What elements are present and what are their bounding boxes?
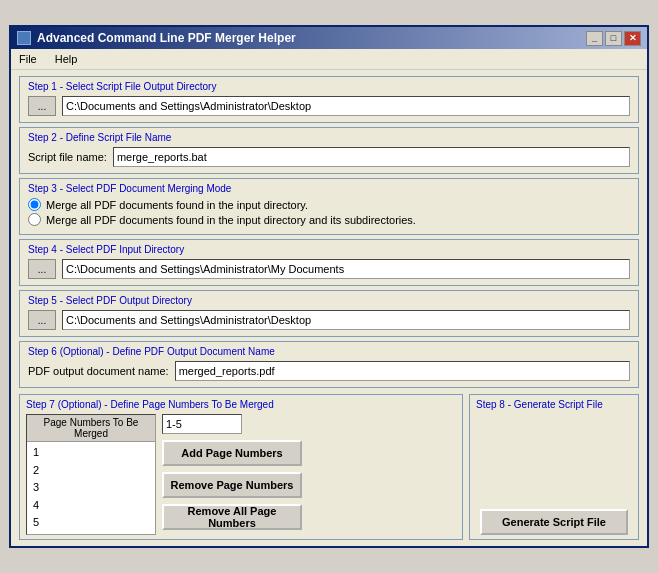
step6-input[interactable]: [175, 361, 630, 381]
app-icon: [17, 31, 31, 45]
step3-option2-label: Merge all PDF documents found in the inp…: [46, 214, 416, 226]
step4-browse-button[interactable]: ...: [28, 259, 56, 279]
page-number-input[interactable]: [162, 414, 242, 434]
page-list-container: Page Numbers To Be Merged 1 2 3 4 5: [26, 414, 156, 535]
step4-path-input[interactable]: [62, 259, 630, 279]
step5-title: Step 5 - Select PDF Output Directory: [28, 295, 630, 306]
step7-controls: Add Page Numbers Remove Page Numbers Rem…: [162, 414, 302, 535]
step3-radio-row2: Merge all PDF documents found in the inp…: [28, 213, 630, 226]
step2-input[interactable]: [113, 147, 630, 167]
step4-row: ...: [28, 259, 630, 279]
page-list-body: 1 2 3 4 5: [27, 442, 155, 534]
list-item: 3: [33, 479, 149, 497]
step6-row: PDF output document name:: [28, 361, 630, 381]
step5-section: Step 5 - Select PDF Output Directory ...: [19, 290, 639, 337]
minimize-button[interactable]: _: [586, 31, 603, 46]
step3-radio2[interactable]: [28, 213, 41, 226]
step2-label: Script file name:: [28, 151, 107, 163]
step4-title: Step 4 - Select PDF Input Directory: [28, 244, 630, 255]
step7-inner: Page Numbers To Be Merged 1 2 3 4 5 Add …: [26, 414, 456, 535]
step8-section: Step 8 - Generate Script File Generate S…: [469, 394, 639, 540]
list-item: 4: [33, 497, 149, 515]
step3-title: Step 3 - Select PDF Document Merging Mod…: [28, 183, 630, 194]
menubar: File Help: [11, 49, 647, 70]
step1-browse-button[interactable]: ...: [28, 96, 56, 116]
remove-all-page-numbers-button[interactable]: Remove All Page Numbers: [162, 504, 302, 530]
window-title: Advanced Command Line PDF Merger Helper: [37, 31, 296, 45]
step2-row: Script file name:: [28, 147, 630, 167]
add-page-numbers-button[interactable]: Add Page Numbers: [162, 440, 302, 466]
maximize-button[interactable]: □: [605, 31, 622, 46]
list-item: 1: [33, 444, 149, 462]
step1-path-input[interactable]: [62, 96, 630, 116]
step6-title: Step 6 (Optional) - Define PDF Output Do…: [28, 346, 630, 357]
titlebar: Advanced Command Line PDF Merger Helper …: [11, 27, 647, 49]
step3-radio1[interactable]: [28, 198, 41, 211]
step3-section: Step 3 - Select PDF Document Merging Mod…: [19, 178, 639, 235]
step6-section: Step 6 (Optional) - Define PDF Output Do…: [19, 341, 639, 388]
file-menu[interactable]: File: [15, 51, 41, 67]
step2-section: Step 2 - Define Script File Name Script …: [19, 127, 639, 174]
step5-row: ...: [28, 310, 630, 330]
main-window: Advanced Command Line PDF Merger Helper …: [9, 25, 649, 548]
remove-page-numbers-button[interactable]: Remove Page Numbers: [162, 472, 302, 498]
list-item: 5: [33, 514, 149, 532]
step3-radio-row1: Merge all PDF documents found in the inp…: [28, 198, 630, 211]
step1-section: Step 1 - Select Script File Output Direc…: [19, 76, 639, 123]
help-menu[interactable]: Help: [51, 51, 82, 67]
step7-section: Step 7 (Optional) - Define Page Numbers …: [19, 394, 463, 540]
titlebar-buttons: _ □ ✕: [586, 31, 641, 46]
step2-title: Step 2 - Define Script File Name: [28, 132, 630, 143]
step4-section: Step 4 - Select PDF Input Directory ...: [19, 239, 639, 286]
step8-title: Step 8 - Generate Script File: [476, 399, 632, 410]
bottom-section: Step 7 (Optional) - Define Page Numbers …: [19, 394, 639, 540]
step5-path-input[interactable]: [62, 310, 630, 330]
step6-label: PDF output document name:: [28, 365, 169, 377]
step3-option1-label: Merge all PDF documents found in the inp…: [46, 199, 308, 211]
close-button[interactable]: ✕: [624, 31, 641, 46]
titlebar-left: Advanced Command Line PDF Merger Helper: [17, 31, 296, 45]
step5-browse-button[interactable]: ...: [28, 310, 56, 330]
page-list-header: Page Numbers To Be Merged: [27, 415, 155, 442]
step7-title: Step 7 (Optional) - Define Page Numbers …: [26, 399, 456, 410]
step1-row: ...: [28, 96, 630, 116]
step1-title: Step 1 - Select Script File Output Direc…: [28, 81, 630, 92]
content-area: Step 1 - Select Script File Output Direc…: [11, 70, 647, 546]
list-item: 2: [33, 462, 149, 480]
generate-script-button[interactable]: Generate Script File: [480, 509, 628, 535]
